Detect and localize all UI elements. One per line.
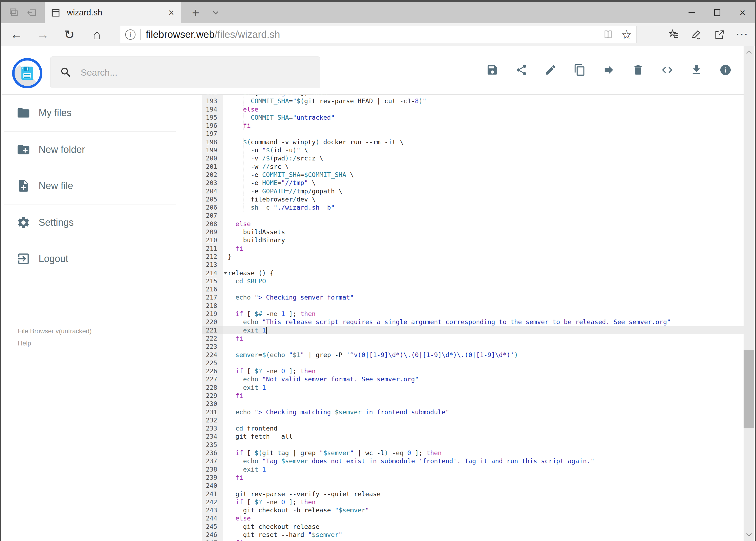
code-line-229[interactable]: 229 fi (202, 392, 744, 400)
fold-arrow-icon[interactable] (223, 272, 227, 274)
code-line-194[interactable]: 194 else (202, 105, 744, 114)
browser-tab[interactable]: wizard.sh × (45, 2, 181, 23)
code-line-235[interactable]: 235 (202, 441, 744, 449)
code-line-208[interactable]: 208 else (202, 220, 744, 228)
code-line-206[interactable]: 206 sh -c "./wizard.sh -b" (202, 204, 744, 212)
code-line-225[interactable]: 225 (202, 359, 744, 367)
code-line-226[interactable]: 226 if [ $? -ne 0 ]; then (202, 367, 744, 375)
code-line-236[interactable]: 236 if [ $(git tag | grep "$semver" | wc… (202, 449, 744, 457)
code-line-238[interactable]: 238 exit 1 (202, 465, 744, 473)
address-bar[interactable]: i filebrowser.web/files/wizard.sh ☆ (120, 26, 637, 43)
code-line-192[interactable]: 192 if [ -d ".git" ]; then (202, 95, 744, 97)
code-line-201[interactable]: 201 -w //src \ (202, 163, 744, 171)
code-line-207[interactable]: 207 (202, 212, 744, 220)
code-line-193[interactable]: 193 COMMIT_SHA="$(git rev-parse HEAD | c… (202, 97, 744, 105)
code-line-242[interactable]: 242 if [ $? -ne 0 ]; then (202, 498, 744, 506)
code-line-227[interactable]: 227 echo "Not valid semver format. See s… (202, 375, 744, 383)
code-line-211[interactable]: 211 fi (202, 245, 744, 253)
code-line-210[interactable]: 210 buildBinary (202, 236, 744, 244)
code-line-241[interactable]: 241 git rev-parse --verify --quiet relea… (202, 490, 744, 498)
page-scrollbar[interactable] (744, 46, 754, 541)
scrollbar-thumb[interactable] (744, 350, 754, 428)
code-line-198[interactable]: 198 $(command -v winpty) docker run --rm… (202, 138, 744, 146)
code-line-199[interactable]: 199 -u "$(id -u)" \ (202, 146, 744, 154)
code-line-219[interactable]: 219 if [ $# -ne 1 ]; then (202, 310, 744, 318)
save-button[interactable] (486, 64, 499, 76)
code-line-224[interactable]: 224 semver=$(echo "$1" | grep -P '^v(0|[… (202, 351, 744, 359)
copy-button[interactable] (574, 64, 586, 76)
code-line-233[interactable]: 233 cd frontend (202, 424, 744, 432)
code-line-209[interactable]: 209 buildAssets (202, 228, 744, 236)
code-line-195[interactable]: 195 COMMIT_SHA="untracked" (202, 114, 744, 122)
code-line-203[interactable]: 203 -e HOME="//tmp" \ (202, 179, 744, 187)
code-line-220[interactable]: 220 echo "This release script requires a… (202, 318, 744, 326)
code-line-200[interactable]: 200 -v /$(pwd):/src:z \ (202, 154, 744, 162)
refresh-icon[interactable]: ↻ (60, 23, 79, 46)
search-box[interactable] (50, 56, 320, 88)
maximize-button[interactable] (704, 2, 730, 23)
code-line-197[interactable]: 197 (202, 130, 744, 138)
back-icon[interactable]: ← (7, 23, 26, 46)
sidebar-item-new-file[interactable]: New file (2, 168, 202, 204)
code-line-205[interactable]: 205 filebrowser/dev \ (202, 195, 744, 204)
sidebar-item-new-folder[interactable]: New folder (2, 132, 202, 168)
new-tab-icon[interactable]: + (187, 2, 204, 23)
sidebar-item-logout[interactable]: Logout (2, 241, 202, 277)
share-icon[interactable] (714, 29, 725, 40)
move-button[interactable] (603, 64, 615, 76)
code-line-216[interactable]: 216 (202, 285, 744, 293)
code-line-214[interactable]: 214release () { (202, 269, 744, 277)
code-line-217[interactable]: 217 echo "> Checking semver format" (202, 293, 744, 301)
code-line-244[interactable]: 244 else (202, 514, 744, 522)
tab-preview-icon[interactable] (8, 7, 19, 18)
close-tab-icon[interactable]: × (167, 8, 176, 18)
set-tabs-aside-icon[interactable] (26, 7, 38, 18)
search-input[interactable] (80, 67, 311, 78)
delete-button[interactable] (632, 64, 644, 76)
code-line-228[interactable]: 228 exit 1 (202, 383, 744, 392)
scroll-down-icon[interactable] (744, 529, 754, 541)
code-line-231[interactable]: 231 echo "> Checking matching $semver in… (202, 408, 744, 416)
rename-button[interactable] (544, 64, 557, 76)
code-line-237[interactable]: 237 echo "Tag $semver does not exist in … (202, 457, 744, 465)
code-line-245[interactable]: 245 git checkout release (202, 523, 744, 531)
code-line-218[interactable]: 218 (202, 302, 744, 310)
more-icon[interactable]: ··· (736, 29, 749, 40)
scroll-up-icon[interactable] (744, 46, 754, 58)
close-window-button[interactable]: × (730, 2, 755, 23)
code-line-247[interactable]: 247 fi (202, 539, 744, 541)
favorite-star-icon[interactable]: ☆ (621, 27, 632, 42)
code-line-215[interactable]: 215 cd $REPO (202, 277, 744, 285)
code-line-223[interactable]: 223 (202, 342, 744, 350)
download-button[interactable] (690, 64, 702, 76)
tab-dropdown-icon[interactable] (207, 2, 224, 23)
code-line-243[interactable]: 243 git checkout -b release "$semver" (202, 506, 744, 514)
code-line-240[interactable]: 240 (202, 482, 744, 490)
hub-icon[interactable] (668, 29, 680, 40)
code-line-213[interactable]: 213 (202, 261, 744, 269)
info-button[interactable] (719, 64, 732, 76)
code-line-239[interactable]: 239 fi (202, 473, 744, 482)
code-line-212[interactable]: 212} (202, 253, 744, 261)
code-line-234[interactable]: 234 git fetch --all (202, 432, 744, 440)
code-line-246[interactable]: 246 git reset --hard "$semver" (202, 531, 744, 539)
raw-code-button[interactable] (661, 64, 673, 76)
code-line-196[interactable]: 196 fi (202, 122, 744, 130)
code-line-221[interactable]: 221 exit 1 (202, 326, 744, 334)
code-editor[interactable]: 192 if [ -d ".git" ]; then193 COMMIT_SHA… (202, 95, 744, 541)
sidebar-item-settings[interactable]: Settings (2, 205, 202, 241)
filebrowser-logo[interactable] (12, 58, 42, 88)
code-line-222[interactable]: 222 fi (202, 334, 744, 342)
url-text[interactable]: filebrowser.web/files/wizard.sh (146, 29, 280, 40)
minimize-button[interactable] (679, 2, 704, 23)
info-icon[interactable]: i (125, 29, 135, 40)
help-link[interactable]: Help (18, 337, 92, 349)
home-icon[interactable]: ⌂ (87, 23, 107, 46)
code-line-202[interactable]: 202 -e COMMIT_SHA=$COMMIT_SHA \ (202, 171, 744, 179)
share-button[interactable] (515, 64, 528, 76)
sidebar-item-my-files[interactable]: My files (2, 95, 202, 131)
code-line-204[interactable]: 204 -e GOPATH=//tmp/gopath \ (202, 187, 744, 195)
annotate-pen-icon[interactable] (691, 29, 703, 40)
code-line-232[interactable]: 232 (202, 416, 744, 424)
code-line-230[interactable]: 230 (202, 400, 744, 408)
